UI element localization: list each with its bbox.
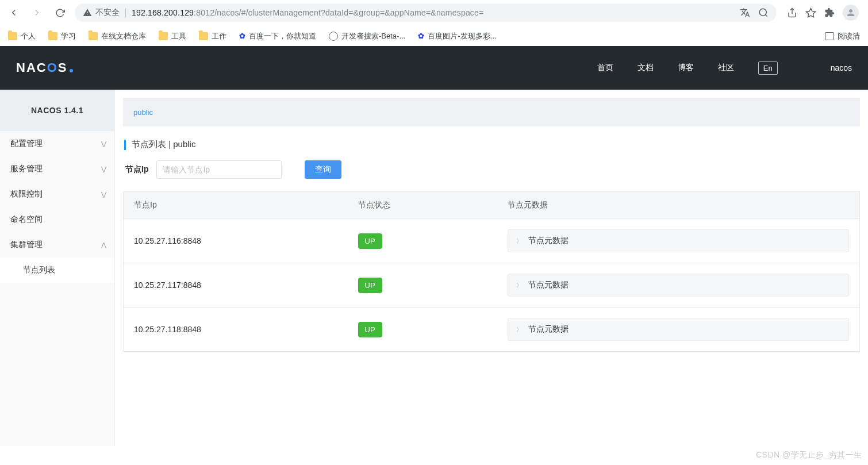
status-badge: UP <box>358 278 382 293</box>
folder-icon <box>159 32 168 40</box>
paw-icon: ✿ <box>239 32 245 40</box>
svg-line-1 <box>765 14 767 16</box>
sidebar-sub-nodelist[interactable]: 节点列表 <box>0 258 114 283</box>
language-toggle[interactable]: En <box>758 62 778 75</box>
svg-point-0 <box>759 9 766 16</box>
sidebar-title: NACOS 1.4.1 <box>0 90 114 131</box>
th-meta: 节点元数据 <box>497 192 860 219</box>
search-label: 节点Ip <box>125 164 148 175</box>
address-bar[interactable]: 不安全 192.168.200.129:8012/nacos/#/cluster… <box>75 3 777 22</box>
sidebar-item-label: 配置管理 <box>10 139 43 149</box>
back-button[interactable] <box>6 5 22 21</box>
paw-icon: ✿ <box>418 32 424 40</box>
bookmark-bar: 个人 学习 在线文档仓库 工具 工作 ✿百度一下，你就知道 开发者搜索-Beta… <box>0 25 868 46</box>
star-icon[interactable] <box>805 7 816 18</box>
bookmark-folder[interactable]: 学习 <box>48 31 76 41</box>
forward-button[interactable] <box>29 5 45 21</box>
sidebar-item-config[interactable]: 配置管理 ⋁ <box>0 131 114 156</box>
warning-icon <box>83 8 92 17</box>
cell-meta: 〉 节点元数据 <box>497 308 860 352</box>
sidebar-item-label: 权限控制 <box>10 189 43 199</box>
browser-toolbar: 不安全 192.168.200.129:8012/nacos/#/cluster… <box>0 0 868 25</box>
meta-expand[interactable]: 〉 节点元数据 <box>508 229 850 252</box>
table-row: 10.25.27.117:8848 UP 〉 节点元数据 <box>124 263 860 308</box>
table-row: 10.25.27.116:8848 UP 〉 节点元数据 <box>124 219 860 263</box>
chevron-up-icon: ⋀ <box>101 241 106 249</box>
sidebar-item-label: 命名空间 <box>10 214 43 225</box>
folder-icon <box>8 32 17 40</box>
reading-list[interactable]: 阅读清 <box>825 31 860 41</box>
folder-icon <box>48 32 57 40</box>
status-badge: UP <box>358 322 382 337</box>
sidebar-item-label: 集群管理 <box>10 240 43 250</box>
security-indicator[interactable]: 不安全 <box>83 7 120 18</box>
sidebar-item-service[interactable]: 服务管理 ⋁ <box>0 156 114 182</box>
folder-icon <box>199 32 208 40</box>
app-header: NACOS 首页 文档 博客 社区 En nacos <box>0 46 868 90</box>
chevron-right-icon: 〉 <box>516 281 523 290</box>
bookmark-folder[interactable]: 个人 <box>8 31 36 41</box>
sidebar-item-cluster[interactable]: 集群管理 ⋀ <box>0 232 114 258</box>
nav-docs[interactable]: 文档 <box>637 63 654 73</box>
reload-button[interactable] <box>52 5 68 21</box>
app-body: NACOS 1.4.1 配置管理 ⋁ 服务管理 ⋁ 权限控制 ⋁ 命名空间 集群… <box>0 90 868 446</box>
toolbar-icons <box>783 5 862 21</box>
search-row: 节点Ip 查询 <box>125 160 860 179</box>
bookmark-folder[interactable]: 在线文档仓库 <box>89 31 146 41</box>
cell-ip: 10.25.27.118:8848 <box>124 308 348 352</box>
url-text: 192.168.200.129:8012/nacos/#/clusterMana… <box>132 8 483 17</box>
bookmark-folder[interactable]: 工作 <box>199 31 226 41</box>
bookmark-link[interactable]: ✿百度图片-发现多彩... <box>418 31 496 41</box>
nav-home[interactable]: 首页 <box>597 63 613 73</box>
node-ip-input[interactable] <box>156 160 282 179</box>
table-row: 10.25.27.118:8848 UP 〉 节点元数据 <box>124 308 860 352</box>
logo[interactable]: NACOS <box>16 60 73 75</box>
meta-expand[interactable]: 〉 节点元数据 <box>508 274 850 297</box>
namespace-tab-public[interactable]: public <box>133 108 153 117</box>
chevron-right-icon: 〉 <box>516 237 523 245</box>
meta-label: 节点元数据 <box>528 280 569 290</box>
meta-label: 节点元数据 <box>528 236 569 246</box>
separator <box>125 8 126 17</box>
folder-icon <box>89 32 98 40</box>
user-link[interactable]: nacos <box>831 63 852 72</box>
cell-ip: 10.25.27.117:8848 <box>124 263 348 308</box>
accent-bar-icon <box>124 140 126 150</box>
share-icon[interactable] <box>787 7 797 18</box>
content: public 节点列表 | public 节点Ip 查询 节点Ip 节点状态 节… <box>115 90 868 446</box>
translate-icon[interactable] <box>740 7 750 18</box>
th-ip: 节点Ip <box>124 192 348 219</box>
svg-marker-3 <box>806 8 816 17</box>
page-title: 节点列表 | public <box>132 139 195 150</box>
page-header: 节点列表 | public <box>124 139 859 150</box>
cell-status: UP <box>348 263 497 308</box>
zoom-icon[interactable] <box>758 7 769 18</box>
node-table: 节点Ip 节点状态 节点元数据 10.25.27.116:8848 UP 〉 节… <box>123 191 860 352</box>
cell-meta: 〉 节点元数据 <box>497 263 860 308</box>
search-button[interactable]: 查询 <box>305 160 341 179</box>
chevron-down-icon: ⋁ <box>101 166 106 173</box>
logo-text: NACOS <box>16 60 67 75</box>
sidebar-sub-label: 节点列表 <box>23 265 55 275</box>
chevron-right-icon: 〉 <box>516 325 523 334</box>
bookmark-link[interactable]: 开发者搜索-Beta-... <box>329 31 405 41</box>
list-icon <box>825 32 834 40</box>
status-badge: UP <box>358 233 382 249</box>
cell-status: UP <box>348 219 497 263</box>
sidebar-item-auth[interactable]: 权限控制 ⋁ <box>0 182 114 207</box>
cell-status: UP <box>348 308 497 352</box>
sidebar-item-namespace[interactable]: 命名空间 <box>0 207 114 232</box>
chevron-down-icon: ⋁ <box>101 191 106 198</box>
cell-ip: 10.25.27.116:8848 <box>124 219 348 263</box>
nav-community[interactable]: 社区 <box>718 63 734 73</box>
bookmark-folder[interactable]: 工具 <box>159 31 186 41</box>
meta-label: 节点元数据 <box>528 324 569 335</box>
nav-blog[interactable]: 博客 <box>678 63 694 73</box>
profile-avatar[interactable] <box>843 5 859 21</box>
sidebar-item-label: 服务管理 <box>10 164 43 174</box>
bookmark-link[interactable]: ✿百度一下，你就知道 <box>239 31 316 41</box>
header-nav: 首页 文档 博客 社区 En nacos <box>597 62 852 75</box>
extensions-icon[interactable] <box>824 7 835 18</box>
security-label: 不安全 <box>95 7 120 18</box>
meta-expand[interactable]: 〉 节点元数据 <box>508 318 850 341</box>
